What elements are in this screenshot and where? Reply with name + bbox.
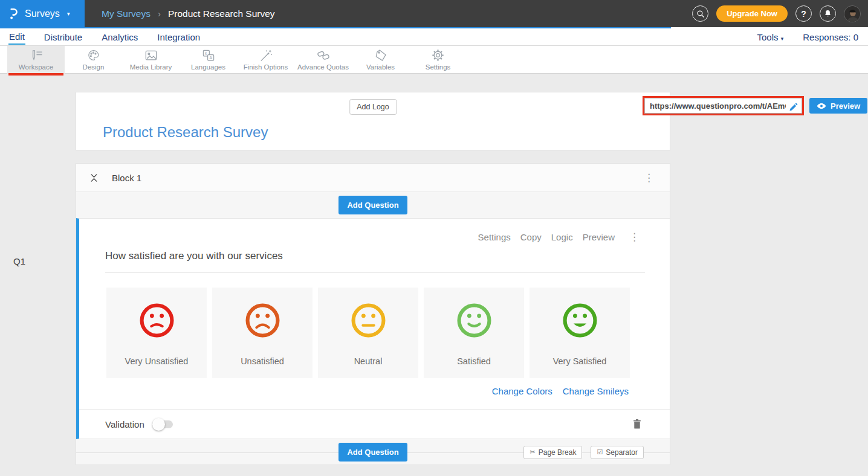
editor-toolbar: Workspace Design Media Library x̄A Langu… xyxy=(0,46,868,74)
breadcrumb: My Surveys › Product Research Survey xyxy=(102,0,275,27)
toolbar-item-media-library[interactable]: Media Library xyxy=(122,46,180,74)
validation-label: Validation xyxy=(105,419,144,429)
option-label: Very Unsatisfied xyxy=(125,356,189,366)
section-tabs: Edit Distribute Analytics Integration xyxy=(8,28,201,45)
validation-row: Validation xyxy=(79,409,670,439)
question-more-options-icon[interactable]: ⋮ xyxy=(627,232,642,242)
tab-analytics[interactable]: Analytics xyxy=(101,30,138,44)
toolbar-item-settings[interactable]: Settings xyxy=(409,46,467,74)
block-footer-buttons: ✂ Page Break ☑ Separator xyxy=(523,446,644,459)
bell-icon xyxy=(824,10,832,18)
gear-icon xyxy=(432,50,444,62)
block-title[interactable]: Block 1 xyxy=(112,173,141,183)
collapse-block-icon[interactable] xyxy=(89,173,99,183)
preview-button-label: Preview xyxy=(831,101,860,111)
option-satisfied[interactable]: Satisfied xyxy=(424,288,524,378)
option-label: Unsatisfied xyxy=(241,356,284,366)
edit-url-pencil-icon[interactable] xyxy=(789,103,798,111)
tab-distribute[interactable]: Distribute xyxy=(44,30,83,44)
translate-icon: x̄A xyxy=(202,50,215,62)
block-more-options-icon[interactable]: ⋮ xyxy=(641,173,656,183)
tools-menu[interactable]: Tools ▾ xyxy=(757,32,784,42)
help-button[interactable]: ? xyxy=(795,5,812,22)
toolbar-item-finish-options[interactable]: Finish Options xyxy=(237,46,294,74)
search-icon xyxy=(696,10,705,18)
smiley-very-unsatisfied-icon xyxy=(140,303,174,338)
header-actions: Upgrade Now ? xyxy=(692,0,861,27)
smiley-neutral-icon xyxy=(351,303,386,338)
separator-label: Separator xyxy=(606,448,638,457)
block-header: Block 1 ⋮ xyxy=(76,164,670,192)
option-very-unsatisfied[interactable]: Very Unsatisfied xyxy=(106,288,207,378)
chevron-down-icon: ▾ xyxy=(67,10,70,17)
add-logo-button[interactable]: Add Logo xyxy=(349,99,397,115)
survey-title[interactable]: Product Research Survey xyxy=(103,124,268,141)
annotation-red-underline xyxy=(8,73,63,76)
workspace-canvas: Q1 Add Logo Product Research Survey Bloc… xyxy=(0,74,868,476)
nav-right-group: Tools ▾ Responses: 0 xyxy=(757,28,858,45)
user-avatar[interactable] xyxy=(844,5,861,22)
tab-integration[interactable]: Integration xyxy=(157,30,201,44)
search-button[interactable] xyxy=(692,5,708,22)
toolbar-item-label: Workspace xyxy=(19,63,53,71)
annotation-red-box-survey-url xyxy=(643,96,804,115)
question-preview-link[interactable]: Preview xyxy=(583,232,615,242)
toolbar-item-advance-quotas[interactable]: Advance Quotas xyxy=(294,46,352,74)
breadcrumb-separator-icon: › xyxy=(158,8,161,19)
upgrade-now-button[interactable]: Upgrade Now xyxy=(716,5,788,22)
toolbar-item-label: Finish Options xyxy=(244,63,288,71)
add-question-strip-top: Add Question xyxy=(76,192,670,218)
top-header: Surveys ▾ My Surveys › Product Research … xyxy=(0,0,868,27)
validation-toggle[interactable] xyxy=(152,420,173,428)
breadcrumb-current-survey: Product Research Survey xyxy=(168,8,275,19)
toolbar-item-workspace[interactable]: Workspace xyxy=(7,46,65,74)
eye-icon xyxy=(817,103,826,109)
question-settings-link[interactable]: Settings xyxy=(478,232,511,242)
page-break-button[interactable]: ✂ Page Break xyxy=(523,446,582,459)
chevron-down-icon: ▾ xyxy=(781,36,784,42)
questionpro-logo-icon xyxy=(8,7,19,20)
option-label: Neutral xyxy=(354,356,383,366)
option-very-satisfied[interactable]: Very Satisfied xyxy=(530,288,630,378)
magic-wand-icon xyxy=(259,50,273,62)
section-nav: Edit Distribute Analytics Integration To… xyxy=(0,27,868,46)
svg-text:x̄: x̄ xyxy=(204,51,207,55)
toolbar-item-label: Settings xyxy=(426,63,451,71)
breadcrumb-my-surveys[interactable]: My Surveys xyxy=(102,8,151,19)
preview-button[interactable]: Preview xyxy=(809,98,867,114)
toggle-knob xyxy=(152,418,165,431)
toolbar-item-variables[interactable]: Variables xyxy=(352,46,409,74)
survey-url-input[interactable] xyxy=(644,98,802,114)
notifications-button[interactable] xyxy=(820,5,836,22)
toolbar-item-label: Advance Quotas xyxy=(297,63,349,71)
add-question-button-bottom[interactable]: Add Question xyxy=(338,443,407,462)
option-label: Very Satisfied xyxy=(553,356,607,366)
tab-edit[interactable]: Edit xyxy=(8,29,25,45)
toolbar-item-label: Languages xyxy=(191,63,225,71)
separator-button[interactable]: ☑ Separator xyxy=(591,446,644,459)
question-title[interactable]: How satisfied are you with our services xyxy=(105,250,645,273)
checkbox-checked-icon: ☑ xyxy=(597,448,603,456)
option-neutral[interactable]: Neutral xyxy=(318,288,418,378)
add-question-strip-bottom: Add Question ✂ Page Break ☑ Separator xyxy=(76,439,670,465)
image-icon xyxy=(144,50,158,62)
smiley-satisfied-icon xyxy=(457,303,491,338)
smiley-very-satisfied-icon xyxy=(563,303,597,338)
add-question-button-top[interactable]: Add Question xyxy=(338,196,407,214)
toolbar-item-design[interactable]: Design xyxy=(65,46,122,74)
toolbar-item-label: Variables xyxy=(366,63,395,71)
toolbar-item-languages[interactable]: x̄A Languages xyxy=(180,46,237,74)
smiley-options-row: Very Unsatisfied Unsatisfied Neutral Sat… xyxy=(106,288,646,378)
question-copy-link[interactable]: Copy xyxy=(520,232,542,242)
option-unsatisfied[interactable]: Unsatisfied xyxy=(212,288,313,378)
app-menu-label: Surveys xyxy=(25,8,60,19)
responses-count[interactable]: Responses: 0 xyxy=(803,32,858,42)
smiley-unsatisfied-icon xyxy=(245,303,280,338)
delete-question-button[interactable] xyxy=(633,419,641,429)
app-menu-surveys[interactable]: Surveys ▾ xyxy=(0,0,85,27)
change-smileys-link[interactable]: Change Smileys xyxy=(563,386,629,396)
survey-header-card: Add Logo Product Research Survey xyxy=(76,92,670,150)
question-logic-link[interactable]: Logic xyxy=(551,232,573,242)
toolbar-item-label: Design xyxy=(83,63,105,71)
change-colors-link[interactable]: Change Colors xyxy=(492,386,552,396)
